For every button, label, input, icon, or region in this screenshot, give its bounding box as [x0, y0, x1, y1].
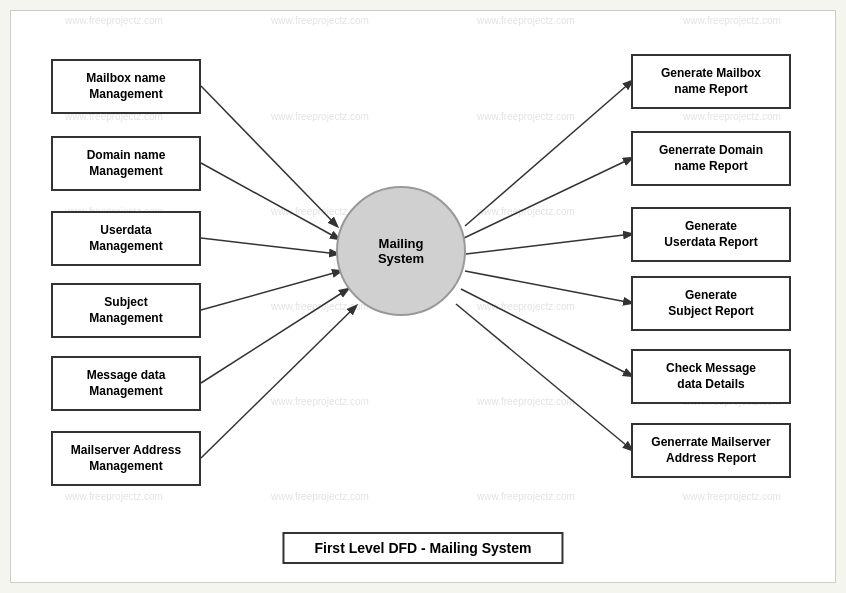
generate-mailbox-report-box: Generate Mailboxname Report [631, 54, 791, 109]
generate-mailserver-report-box: Generrate MailserverAddress Report [631, 423, 791, 478]
watermark-top: www.freeprojectz.comwww.freeprojectz.com… [11, 15, 835, 26]
svg-line-9 [465, 271, 632, 303]
generate-subject-report-box: GenerateSubject Report [631, 276, 791, 331]
svg-line-5 [201, 306, 356, 458]
svg-line-2 [201, 238, 338, 254]
center-circle: MailingSystem [336, 186, 466, 316]
userdata-management-box: UserdataManagement [51, 211, 201, 266]
svg-line-6 [465, 81, 632, 226]
svg-line-10 [461, 289, 632, 376]
svg-line-4 [201, 289, 348, 383]
svg-line-1 [201, 163, 339, 239]
diagram-container: www.freeprojectz.comwww.freeprojectz.com… [10, 10, 836, 583]
mailserver-management-box: Mailserver AddressManagement [51, 431, 201, 486]
svg-line-7 [464, 158, 632, 238]
domain-management-box: Domain nameManagement [51, 136, 201, 191]
svg-line-11 [456, 304, 632, 450]
svg-line-8 [466, 234, 632, 254]
check-message-box: Check Messagedata Details [631, 349, 791, 404]
subject-management-box: SubjectManagement [51, 283, 201, 338]
generate-userdata-report-box: GenerateUserdata Report [631, 207, 791, 262]
diagram-title: First Level DFD - Mailing System [282, 532, 563, 564]
diagram-inner: www.freeprojectz.comwww.freeprojectz.com… [11, 11, 835, 582]
watermark-row6: www.freeprojectz.comwww.freeprojectz.com… [11, 491, 835, 502]
svg-line-0 [201, 86, 337, 226]
generate-domain-report-box: Generrate Domainname Report [631, 131, 791, 186]
mailbox-management-box: Mailbox nameManagement [51, 59, 201, 114]
message-management-box: Message dataManagement [51, 356, 201, 411]
svg-line-3 [201, 271, 341, 310]
